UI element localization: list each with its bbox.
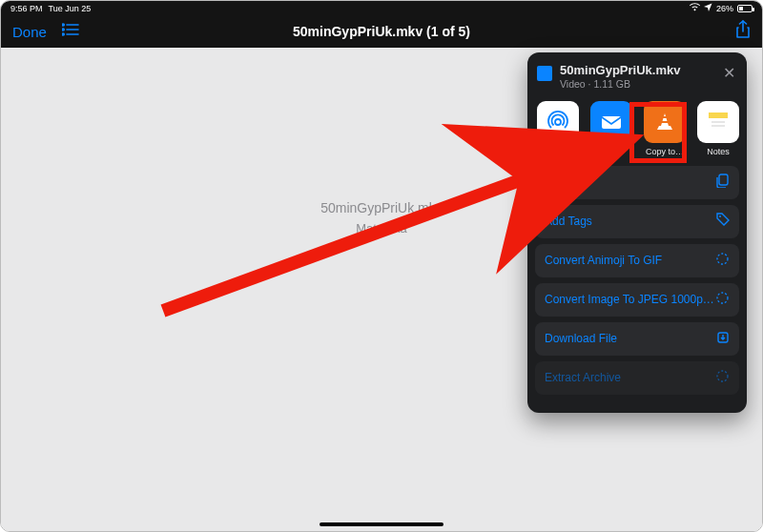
svg-rect-10 <box>709 113 728 118</box>
share-app-label: Notes <box>707 147 730 156</box>
share-subtitle: Video · 1.11 GB <box>560 78 680 90</box>
action-jpeg[interactable]: Convert Image To JPEG 1000p… <box>535 283 739 317</box>
share-filename: 50minGypPriUk.mkv <box>560 64 680 78</box>
battery-pct: 26% <box>716 4 733 13</box>
status-date: Tue Jun 25 <box>49 4 92 13</box>
svg-point-3 <box>62 24 64 26</box>
copy-icon <box>715 174 730 191</box>
nav-title: 50minGypPriUk.mkv (1 of 5) <box>1 24 762 39</box>
spinner-icon <box>715 291 730 308</box>
svg-rect-7 <box>602 116 621 129</box>
action-label: Download File <box>545 332 617 345</box>
share-app-mail[interactable]: Mail <box>588 101 634 156</box>
action-label: Extract Archive <box>545 371 621 384</box>
action-download[interactable]: Download File <box>535 322 739 356</box>
svg-rect-14 <box>719 174 728 185</box>
status-bar: 9:56 PM Tue Jun 25 26% <box>1 1 762 15</box>
done-button[interactable]: Done <box>12 24 47 40</box>
home-indicator <box>320 522 443 526</box>
action-label: Convert Animoji To GIF <box>545 254 662 267</box>
share-header: 50minGypPriUk.mkv Video · 1.11 GB ✕ <box>535 60 739 99</box>
highlight-box <box>629 102 687 163</box>
svg-point-5 <box>62 33 64 35</box>
share-actions: Copy Add Tags Convert Animoji To GIF Con… <box>535 166 739 395</box>
mail-icon <box>590 101 632 143</box>
svg-point-6 <box>555 119 561 125</box>
spinner-icon <box>715 252 730 269</box>
share-button[interactable] <box>735 20 751 43</box>
action-animoji[interactable]: Convert Animoji To GIF <box>535 244 739 277</box>
svg-point-4 <box>62 29 64 31</box>
svg-rect-11 <box>709 118 728 132</box>
close-icon[interactable]: ✕ <box>721 64 737 83</box>
nav-bar: Done 50minGypPriUk.mkv (1 of 5) <box>1 15 762 48</box>
svg-point-15 <box>719 215 721 217</box>
airdrop-icon <box>537 101 579 143</box>
file-thumb-icon <box>537 66 552 81</box>
action-label: Convert Image To JPEG 1000p… <box>545 293 714 306</box>
download-icon <box>716 331 730 347</box>
svg-point-19 <box>717 371 728 381</box>
status-time: 9:56 PM <box>10 4 43 13</box>
tag-icon <box>715 213 730 230</box>
action-label: Add Tags <box>545 215 592 228</box>
share-app-airdrop[interactable]: AirDr… <box>535 101 581 156</box>
action-copy[interactable]: Copy <box>535 166 739 199</box>
share-app-label: Mail <box>604 147 620 156</box>
location-icon <box>704 3 712 13</box>
share-sheet: 50minGypPriUk.mkv Video · 1.11 GB ✕ AirD… <box>527 52 747 413</box>
spinner-icon <box>715 369 730 386</box>
action-add-tags[interactable]: Add Tags <box>535 205 739 238</box>
svg-point-16 <box>717 254 728 264</box>
share-app-notes[interactable]: Notes <box>695 101 739 156</box>
screen: 9:56 PM Tue Jun 25 26% Done 50minGypPriU… <box>0 0 763 532</box>
notes-icon <box>697 101 739 143</box>
svg-point-17 <box>717 293 728 303</box>
list-icon[interactable] <box>62 23 79 40</box>
action-label: Copy <box>545 175 571 189</box>
action-extract[interactable]: Extract Archive <box>535 361 739 395</box>
wifi-icon <box>690 3 700 13</box>
battery-icon <box>737 5 753 12</box>
share-app-label: AirDr… <box>544 147 572 156</box>
